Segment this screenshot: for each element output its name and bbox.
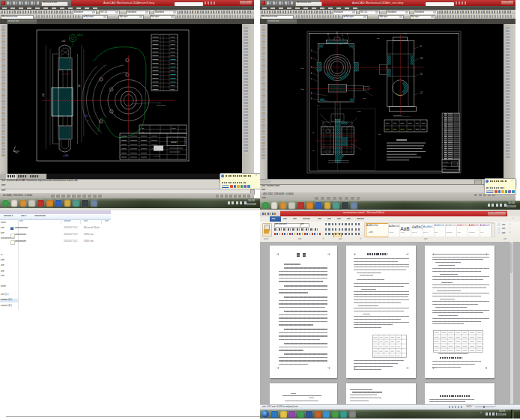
svg-text:∅62: ∅62 <box>61 40 66 43</box>
svg-text:wm: wm <box>444 168 447 169</box>
svg-text:wm wm: wm wm <box>154 155 160 157</box>
svg-text:mw: mw <box>404 32 407 34</box>
svg-text:∅240: ∅240 <box>63 154 69 157</box>
svg-text:5wm wmwm: 5wm wmwm <box>157 104 166 106</box>
svg-text:∅75: ∅75 <box>300 88 304 91</box>
svg-text:wmw: wmw <box>171 141 177 144</box>
svg-text:wmwm: wmwm <box>444 161 449 162</box>
svg-text:w12: w12 <box>357 110 361 112</box>
svg-text:wmw: wmw <box>444 165 447 166</box>
svg-text:C5:1: C5:1 <box>77 34 83 37</box>
svg-text:∅90: ∅90 <box>300 67 304 70</box>
svg-text:∅35: ∅35 <box>42 93 45 97</box>
svg-text:1:2.5: 1:2.5 <box>172 127 176 130</box>
svg-text:wm: wm <box>142 131 145 133</box>
svg-text:wmwmwm: wmwmwm <box>393 115 402 117</box>
